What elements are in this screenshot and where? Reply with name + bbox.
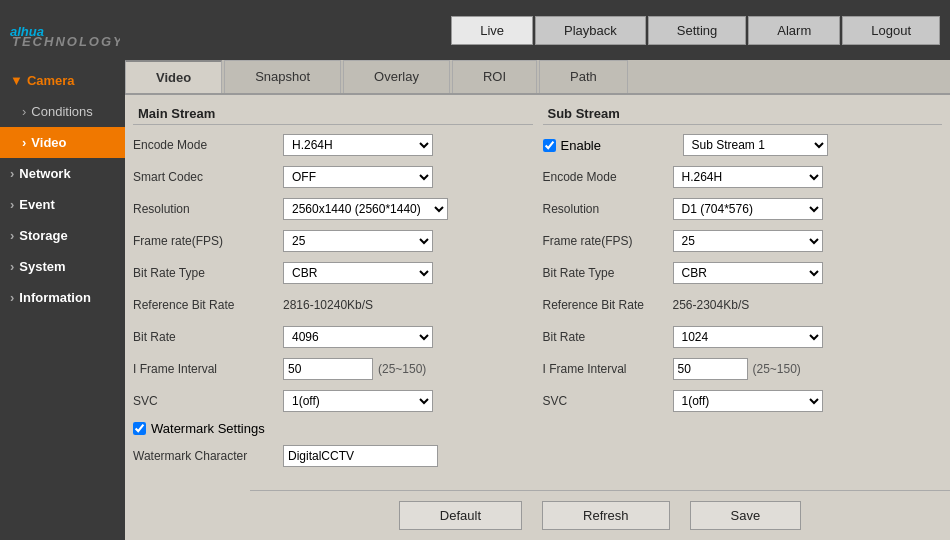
sidebar-item-system[interactable]: › System [0, 251, 125, 282]
main-framerate-label: Frame rate(FPS) [133, 234, 283, 248]
sub-encode-mode-select[interactable]: H.264HH.264 [673, 166, 823, 188]
tab-path[interactable]: Path [539, 60, 628, 93]
tab-video[interactable]: Video [125, 60, 222, 93]
nav-buttons: Live Playback Setting Alarm Logout [451, 16, 940, 45]
save-button[interactable]: Save [690, 501, 802, 530]
sub-framerate-row: Frame rate(FPS) 2530 [543, 229, 943, 253]
main-resolution-row: Resolution 2560x1440 (2560*1440) [133, 197, 533, 221]
main-ref-bitrate-label: Reference Bit Rate [133, 298, 283, 312]
nav-live-button[interactable]: Live [451, 16, 533, 45]
main-framerate-row: Frame rate(FPS) 253015 [133, 229, 533, 253]
main-encode-mode-row: Encode Mode H.264HH.264H.265 [133, 133, 533, 157]
sub-framerate-label: Frame rate(FPS) [543, 234, 673, 248]
sub-svc-row: SVC 1(off)2 [543, 389, 943, 413]
main-layout: ▼ Camera › Conditions › Video › Network … [0, 60, 950, 540]
main-ref-bitrate-value: 2816-10240Kb/S [283, 298, 373, 312]
main-iframe-range: (25~150) [378, 362, 426, 376]
sidebar-storage-label: Storage [19, 228, 67, 243]
watermark-char-label: Watermark Character [133, 449, 283, 463]
main-bitrate-label: Bit Rate [133, 330, 283, 344]
sub-bitrate-label: Bit Rate [543, 330, 673, 344]
nav-playback-button[interactable]: Playback [535, 16, 646, 45]
sidebar-camera[interactable]: ▼ Camera [0, 65, 125, 96]
sub-iframe-input[interactable] [673, 358, 748, 380]
main-framerate-select[interactable]: 253015 [283, 230, 433, 252]
refresh-button[interactable]: Refresh [542, 501, 670, 530]
main-bitrate-type-select[interactable]: CBRVBR [283, 262, 433, 284]
main-iframe-input[interactable] [283, 358, 373, 380]
main-iframe-label: I Frame Interval [133, 362, 283, 376]
arrow-icon-event: › [10, 197, 14, 212]
watermark-settings-row: Watermark Settings [133, 421, 533, 436]
arrow-icon-network: › [10, 166, 14, 181]
nav-logout-button[interactable]: Logout [842, 16, 940, 45]
main-stream-section: Main Stream Encode Mode H.264HH.264H.265… [133, 103, 533, 476]
watermark-char-input[interactable] [283, 445, 438, 467]
nav-setting-button[interactable]: Setting [648, 16, 746, 45]
main-resolution-label: Resolution [133, 202, 283, 216]
main-encode-mode-select[interactable]: H.264HH.264H.265 [283, 134, 433, 156]
sidebar: ▼ Camera › Conditions › Video › Network … [0, 60, 125, 540]
sub-framerate-select[interactable]: 2530 [673, 230, 823, 252]
sidebar-video-label: Video [31, 135, 66, 150]
sidebar-item-event[interactable]: › Event [0, 189, 125, 220]
sub-enable-checkbox[interactable] [543, 139, 556, 152]
main-smart-codec-select[interactable]: OFFON [283, 166, 433, 188]
sub-ref-bitrate-label: Reference Bit Rate [543, 298, 673, 312]
sidebar-item-network[interactable]: › Network [0, 158, 125, 189]
sub-iframe-range: (25~150) [753, 362, 801, 376]
logo: alhua TECHNOLOGY [10, 8, 120, 52]
main-ref-bitrate-row: Reference Bit Rate 2816-10240Kb/S [133, 293, 533, 317]
content: Video Snapshot Overlay ROI Path Main Str… [125, 60, 950, 526]
sub-svc-label: SVC [543, 394, 673, 408]
default-button[interactable]: Default [399, 501, 522, 530]
sidebar-item-conditions[interactable]: › Conditions [0, 96, 125, 127]
sub-resolution-row: Resolution D1 (704*576)CIF [543, 197, 943, 221]
sub-stream-title: Sub Stream [543, 103, 943, 125]
content-wrapper: Video Snapshot Overlay ROI Path Main Str… [125, 60, 950, 540]
main-iframe-row: I Frame Interval (25~150) [133, 357, 533, 381]
sidebar-item-information[interactable]: › Information [0, 282, 125, 313]
main-bitrate-select[interactable]: 409620488192 [283, 326, 433, 348]
watermark-char-row: Watermark Character [133, 444, 533, 468]
tab-overlay[interactable]: Overlay [343, 60, 450, 93]
tab-roi[interactable]: ROI [452, 60, 537, 93]
arrow-icon-storage: › [10, 228, 14, 243]
sub-bitrate-select[interactable]: 10245122048 [673, 326, 823, 348]
main-resolution-select[interactable]: 2560x1440 (2560*1440) [283, 198, 448, 220]
main-bitrate-row: Bit Rate 409620488192 [133, 325, 533, 349]
main-svc-label: SVC [133, 394, 283, 408]
arrow-icon-system: › [10, 259, 14, 274]
tab-snapshot[interactable]: Snapshot [224, 60, 341, 93]
main-smart-codec-row: Smart Codec OFFON [133, 165, 533, 189]
sidebar-item-video[interactable]: › Video [0, 127, 125, 158]
sub-encode-mode-label: Encode Mode [543, 170, 673, 184]
watermark-settings-label: Watermark Settings [151, 421, 265, 436]
sidebar-conditions-label: Conditions [31, 104, 92, 119]
main-encode-mode-label: Encode Mode [133, 138, 283, 152]
main-stream-title: Main Stream [133, 103, 533, 125]
main-bitrate-type-row: Bit Rate Type CBRVBR [133, 261, 533, 285]
sub-enable-label: Enable [561, 138, 601, 153]
top-nav: alhua TECHNOLOGY Live Playback Setting A… [0, 0, 950, 60]
main-smart-codec-label: Smart Codec [133, 170, 283, 184]
sidebar-item-storage[interactable]: › Storage [0, 220, 125, 251]
sub-encode-mode-row: Encode Mode H.264HH.264 [543, 165, 943, 189]
arrow-icon: › [22, 104, 26, 119]
sub-svc-select[interactable]: 1(off)2 [673, 390, 823, 412]
sub-enable-dropdown[interactable]: Sub Stream 1Sub Stream 2 [683, 134, 828, 156]
logo-brand: alhua TECHNOLOGY [10, 8, 120, 52]
sub-bitrate-type-select[interactable]: CBRVBR [673, 262, 823, 284]
watermark-checkbox[interactable] [133, 422, 146, 435]
nav-alarm-button[interactable]: Alarm [748, 16, 840, 45]
sub-bitrate-type-label: Bit Rate Type [543, 266, 673, 280]
chevron-down-icon: ▼ [10, 73, 23, 88]
sub-ref-bitrate-row: Reference Bit Rate 256-2304Kb/S [543, 293, 943, 317]
sub-iframe-label: I Frame Interval [543, 362, 673, 376]
sub-resolution-select[interactable]: D1 (704*576)CIF [673, 198, 823, 220]
arrow-icon-video: › [22, 135, 26, 150]
sub-iframe-row: I Frame Interval (25~150) [543, 357, 943, 381]
sidebar-camera-label: Camera [27, 73, 75, 88]
form-area: Main Stream Encode Mode H.264HH.264H.265… [125, 95, 950, 526]
main-svc-select[interactable]: 1(off)23 [283, 390, 433, 412]
